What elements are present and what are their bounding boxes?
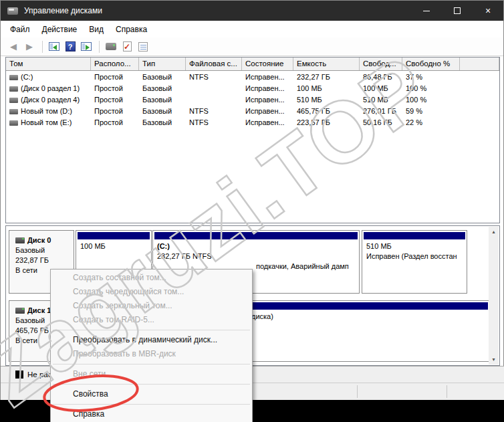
menu-item-convert-to-dynamic[interactable]: Преобразовать в динамический диск... (51, 333, 252, 347)
partition-size: 510 МБ (364, 241, 465, 251)
column-header-free[interactable]: Свобод... (360, 58, 402, 70)
menu-item-properties[interactable]: Свойства (51, 387, 252, 401)
partition-color-bar (154, 232, 358, 239)
scroll-up-arrow[interactable]: ▴ (489, 227, 499, 237)
partition-status: подкачки, Аварийный дамп (253, 261, 358, 272)
cell-free-pct: 100 % (402, 84, 460, 92)
action-pane-button[interactable] (79, 39, 94, 54)
table-row[interactable]: (C:) Простой Базовый NTFS Исправен... 23… (6, 71, 499, 82)
table-row[interactable]: (Диск 0 раздел 1) Простой Базовый Исправ… (6, 82, 499, 94)
column-header-filesystem[interactable]: Файловая с... (186, 58, 242, 70)
menu-separator (51, 361, 252, 367)
cell-type: Базовый (139, 96, 186, 104)
cell-layout: Простой (91, 107, 139, 115)
menu-item-new-mirrored-volume: Создать зеркальный том... (51, 299, 252, 313)
cell-capacity: 223,57 ГБ (293, 118, 360, 126)
cell-type: Базовый (139, 118, 186, 126)
volume-icon (9, 86, 18, 92)
cell-status: Исправен... (242, 118, 293, 126)
properties-list-button[interactable] (136, 39, 150, 54)
cell-capacity: 100 МБ (293, 84, 360, 92)
menu-view[interactable]: Вид (83, 23, 110, 36)
cell-type: Базовый (139, 107, 186, 115)
cell-free-pct: 37 % (402, 73, 460, 81)
disk0-partition-recovery[interactable]: 510 МБ Исправен (Раздел восстан (362, 230, 467, 294)
help-icon: ? (66, 41, 76, 51)
menu-action[interactable]: Действие (36, 23, 84, 36)
cell-layout: Простой (91, 84, 139, 92)
forward-icon: ▶ (26, 41, 33, 51)
cell-type: Базовый (139, 73, 186, 81)
close-button[interactable]: × (473, 1, 503, 21)
toolbar-separator (42, 41, 43, 53)
action-pane-icon (81, 42, 92, 51)
titlebar: Управление дисками × (1, 1, 503, 21)
check-volume-button[interactable]: ✓ (120, 39, 134, 54)
cell-free: 276,01 ГБ (360, 107, 402, 115)
column-header-empty (460, 58, 499, 70)
rescan-disks-button[interactable] (104, 39, 118, 54)
disk0-size: 232,87 ГБ (15, 255, 74, 266)
cell-layout: Простой (91, 96, 139, 104)
cell-fs: NTFS (186, 73, 242, 81)
volume-icon (9, 109, 18, 114)
maximize-icon (454, 7, 461, 14)
help-button[interactable]: ? (63, 39, 78, 54)
cell-volume: (Диск 0 раздел 1) (6, 84, 91, 92)
partition-color-bar (364, 232, 465, 239)
cell-capacity: 465,75 ГБ (293, 107, 360, 115)
unallocated-swatch (15, 371, 23, 379)
column-header-layout[interactable]: Располо... (91, 58, 139, 70)
cell-free: 50,16 ГБ (360, 118, 402, 126)
cell-free: 86,48 ГБ (360, 73, 402, 81)
toolbar-separator (99, 41, 100, 53)
menu-item-convert-to-mbr: Преобразовать в MBR-диск (51, 347, 252, 361)
table-row[interactable]: Новый том (E:) Простой Базовый NTFS Испр… (6, 116, 499, 128)
forward-button[interactable]: ▶ (22, 39, 37, 54)
cell-layout: Простой (91, 73, 139, 81)
statusbar-separator (447, 385, 447, 398)
minimize-button[interactable] (411, 1, 442, 21)
cell-volume: Новый том (D:) (6, 107, 91, 115)
cell-status: Исправен... (242, 73, 293, 81)
back-button[interactable]: ◀ (6, 39, 21, 54)
scroll-down-arrow[interactable]: ▾ (489, 354, 499, 364)
column-header-type[interactable]: Тип (139, 58, 186, 70)
console-tree-icon (49, 42, 59, 51)
partition-status: диска) (249, 312, 488, 322)
cell-free-pct: 22 % (402, 118, 460, 126)
disk-icon (15, 308, 25, 314)
disk0-type: Базовый (15, 245, 74, 255)
close-icon: × (485, 5, 491, 16)
toolbar: ◀ ▶ ? ✓ (1, 37, 503, 56)
partition-size: 100 МБ (78, 241, 150, 251)
console-tree-button[interactable] (47, 39, 61, 54)
volume-icon (9, 75, 18, 80)
statusbar-separator (357, 385, 358, 398)
table-row[interactable]: Новый том (D:) Простой Базовый NTFS Испр… (6, 105, 499, 116)
partition-status: Исправен (Раздел восстан (364, 251, 465, 261)
column-header-capacity[interactable]: Емкость (293, 58, 360, 70)
table-row[interactable]: (Диск 0 раздел 4) Простой Базовый Исправ… (6, 94, 499, 105)
menu-item-help[interactable]: Справка (51, 407, 252, 421)
menubar: Файл Действие Вид Справка (1, 21, 503, 37)
cell-volume: Новый том (E:) (6, 118, 91, 126)
column-header-status[interactable]: Состояние (242, 58, 293, 70)
menu-item-new-spanned-volume: Создать составной том... (51, 271, 252, 285)
caption-buttons: × (411, 1, 503, 21)
disk1-name: Диск 1 (27, 306, 51, 314)
disk-icon (15, 237, 25, 243)
cell-type: Базовый (139, 84, 186, 92)
partition-color-bar (78, 232, 150, 239)
menu-file[interactable]: Файл (4, 23, 36, 36)
column-header-free-pct[interactable]: Свободно % (402, 58, 460, 70)
partition-size: 232,27 ГБ NTFS (154, 251, 358, 261)
vertical-scrollbar[interactable]: ▴ ▾ (489, 227, 499, 364)
minimize-icon (423, 11, 430, 11)
column-header-volume[interactable]: Том (6, 58, 91, 70)
menu-separator (51, 327, 252, 333)
maximize-button[interactable] (442, 1, 473, 21)
cell-status: Исправен... (242, 107, 293, 115)
menu-item-new-raid5-volume: Создать том RAID-5... (51, 313, 252, 327)
menu-help[interactable]: Справка (110, 23, 153, 36)
